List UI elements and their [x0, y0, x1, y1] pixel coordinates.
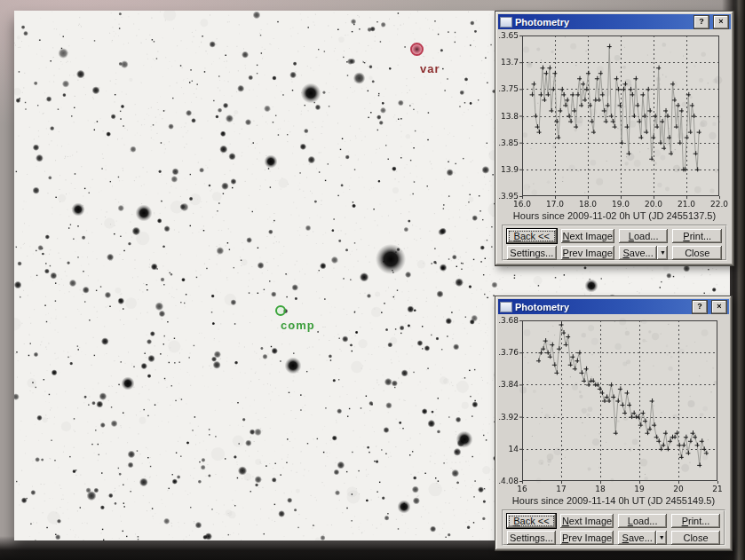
- save-split-button: Save... ▼: [619, 246, 669, 260]
- app-icon: [500, 302, 512, 312]
- var-star-label: var: [420, 62, 440, 75]
- save-dropdown-icon[interactable]: ▼: [656, 531, 667, 545]
- print-button[interactable]: Print...: [672, 229, 722, 243]
- titlebar[interactable]: Photometry ? ×: [498, 14, 731, 29]
- next-image-button[interactable]: Next Image: [561, 229, 614, 243]
- button-panel: Back << Next Image Load... Print... Sett…: [502, 225, 727, 261]
- save-button[interactable]: Save...: [618, 531, 656, 545]
- light-curve-plot-1: [499, 31, 728, 210]
- prev-image-button[interactable]: Prev Image: [561, 246, 614, 260]
- print-button[interactable]: Print...: [671, 514, 720, 528]
- light-curve-plot-2: [499, 316, 726, 495]
- prev-image-button[interactable]: Prev Image: [560, 531, 614, 545]
- close-button[interactable]: Close: [671, 531, 720, 545]
- comp-star-marker: [275, 305, 286, 316]
- photometry-window-2: Photometry ? × Hours since 2009-11-14 0h…: [495, 296, 733, 551]
- x-axis-title: Hours since 2009-11-02 0h UT (JD 2455137…: [499, 210, 730, 221]
- close-icon[interactable]: ×: [711, 300, 727, 314]
- settings-button[interactable]: Settings...: [507, 531, 556, 545]
- save-button[interactable]: Save...: [619, 246, 657, 260]
- close-icon[interactable]: ×: [713, 15, 729, 29]
- x-axis-title: Hours since 2009-11-14 0h UT (JD 2455149…: [499, 495, 728, 506]
- button-panel: Back << Next Image Load... Print... Sett…: [502, 509, 725, 546]
- save-split-button: Save... ▼: [618, 531, 667, 545]
- screenshot-stage: var comp Photometry ? × Hours since 2009…: [0, 0, 745, 560]
- close-button[interactable]: Close: [672, 246, 722, 260]
- comp-star-label: comp: [281, 319, 315, 332]
- help-button[interactable]: ?: [693, 15, 709, 29]
- window-title: Photometry: [515, 302, 688, 312]
- load-button[interactable]: Load...: [618, 514, 667, 528]
- photometry-window-1: Photometry ? × Hours since 2009-11-02 0h…: [495, 11, 734, 266]
- titlebar[interactable]: Photometry ? ×: [498, 299, 729, 314]
- back-button[interactable]: Back <<: [507, 514, 556, 528]
- help-button[interactable]: ?: [692, 300, 708, 314]
- app-icon: [500, 17, 512, 28]
- var-star-marker: [410, 43, 424, 56]
- settings-button[interactable]: Settings...: [507, 246, 557, 260]
- window-title: Photometry: [515, 17, 690, 28]
- load-button[interactable]: Load...: [619, 229, 669, 243]
- back-button[interactable]: Back <<: [507, 229, 557, 243]
- next-image-button[interactable]: Next Image: [560, 514, 614, 528]
- save-dropdown-icon[interactable]: ▼: [657, 246, 668, 260]
